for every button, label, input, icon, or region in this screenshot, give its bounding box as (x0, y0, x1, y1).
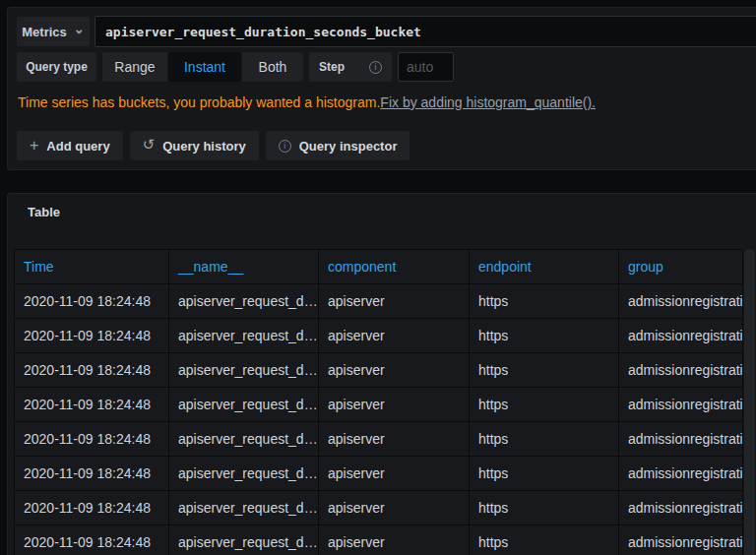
table-cell: https (470, 388, 619, 422)
query-inspector-button[interactable]: i Query inspector (266, 131, 410, 160)
query-toolbar: + Add query ↺ Query history i Query insp… (17, 131, 410, 160)
query-type-option-instant[interactable]: Instant (168, 52, 241, 82)
warning-text: Time series has buckets, you probably wa… (18, 94, 380, 110)
table-cell: apiserver (319, 491, 470, 525)
column-header-endpoint[interactable]: endpoint (470, 250, 619, 284)
table-cell: https (470, 422, 619, 457)
table-cell: apiserver (319, 319, 470, 353)
info-icon: i (279, 140, 291, 153)
table-cell: apiserver (319, 422, 470, 457)
table-cell: https (470, 525, 619, 555)
metrics-dropdown-button[interactable]: Metrics ⌄ (17, 17, 90, 46)
table-cell: apiserver_request_d… (169, 353, 319, 388)
table-cell: https (470, 319, 619, 353)
history-icon: ↺ (143, 136, 156, 154)
table-cell: https (470, 284, 619, 319)
table-cell: apiserver_request_d… (169, 457, 319, 491)
table-cell: apiserver_request_d… (169, 284, 319, 319)
table-cell: admissionregistrati… (619, 284, 743, 319)
table-cell: apiserver (319, 353, 470, 388)
table-cell: 2020-11-09 18:24:48 (15, 422, 169, 457)
table-scrollbar[interactable] (744, 249, 755, 555)
table-cell: 2020-11-09 18:24:48 (15, 525, 169, 555)
table-cell: apiserver_request_d… (169, 319, 319, 353)
table-cell: 2020-11-09 18:24:48 (15, 284, 169, 319)
column-header-time[interactable]: Time (15, 250, 169, 284)
table-cell: apiserver (319, 388, 470, 422)
table-cell: apiserver_request_d… (169, 525, 319, 555)
table-panel: Table Time __name__ component endpoint g… (7, 193, 756, 555)
table-cell: admissionregistrati… (619, 525, 743, 555)
query-type-option-range[interactable]: Range (102, 52, 167, 82)
table-cell: admissionregistrati… (619, 353, 743, 388)
table-cell: apiserver (319, 457, 470, 491)
table-cell: admissionregistrati… (619, 491, 743, 525)
table-cell: admissionregistrati… (619, 457, 743, 491)
query-type-option-both[interactable]: Both (242, 52, 303, 82)
table-cell: https (470, 353, 619, 388)
table-cell: https (470, 457, 619, 491)
query-editor-panel: Metrics ⌄ Query type Range Instant Both … (7, 7, 756, 170)
table-cell: apiserver (319, 284, 470, 319)
plus-icon: + (30, 137, 38, 154)
table-cell: apiserver_request_d… (169, 491, 319, 525)
column-header-name[interactable]: __name__ (169, 250, 319, 284)
histogram-quantile-fix-link[interactable]: Fix by adding histogram_quantile(). (380, 94, 596, 110)
query-type-label: Query type (17, 52, 96, 82)
chevron-down-icon: ⌄ (74, 25, 85, 34)
table-cell: apiserver_request_d… (169, 388, 319, 422)
step-input[interactable] (398, 52, 454, 82)
query-history-button[interactable]: ↺ Query history (130, 131, 259, 160)
table-cell: admissionregistrati… (619, 319, 743, 353)
table-cell: https (470, 491, 619, 525)
table-cell: 2020-11-09 18:24:48 (15, 491, 169, 525)
step-label: Step i (309, 52, 392, 82)
table-cell: 2020-11-09 18:24:48 (15, 319, 169, 353)
table-cell: admissionregistrati… (619, 388, 743, 422)
promql-query-input[interactable] (94, 16, 756, 47)
table-cell: apiserver (319, 525, 470, 555)
add-query-button[interactable]: + Add query (17, 131, 123, 160)
column-header-group[interactable]: group (619, 250, 743, 284)
panel-title: Table (28, 205, 60, 219)
info-icon[interactable]: i (369, 61, 382, 74)
table-cell: admissionregistrati… (619, 422, 743, 457)
query-type-radio-group: Range Instant Both (102, 52, 303, 82)
histogram-warning: Time series has buckets, you probably wa… (18, 94, 596, 110)
table-cell: 2020-11-09 18:24:48 (15, 457, 169, 491)
metrics-dropdown-label: Metrics (22, 25, 67, 39)
table-cell: 2020-11-09 18:24:48 (15, 388, 169, 422)
table-cell: apiserver_request_d… (169, 422, 319, 457)
column-header-component[interactable]: component (319, 250, 470, 284)
results-table: Time __name__ component endpoint group 2… (14, 249, 742, 555)
table-cell: 2020-11-09 18:24:48 (15, 353, 169, 388)
